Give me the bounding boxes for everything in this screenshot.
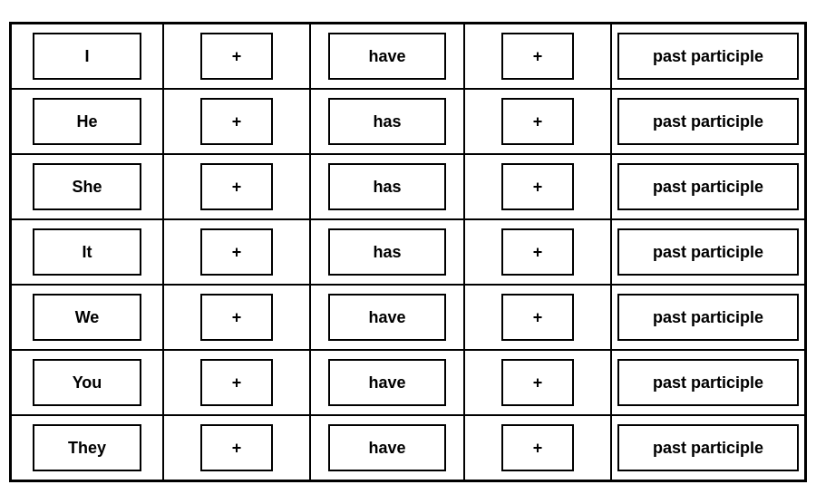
plus-cell-2: + <box>464 285 611 350</box>
plus-box-1: + <box>200 163 273 210</box>
plus-box-1: + <box>200 359 273 406</box>
verb-box: has <box>328 98 446 145</box>
plus-cell-2: + <box>464 415 611 481</box>
subject-cell: I <box>11 24 164 90</box>
plus-cell-1: + <box>163 219 310 285</box>
plus-cell-1: + <box>163 350 310 415</box>
verb-cell: have <box>310 285 464 350</box>
plus-box-1: + <box>200 228 273 276</box>
table-row: They + have + past participle <box>11 415 806 481</box>
verb-cell: have <box>310 415 464 481</box>
plus-box-1: + <box>200 98 273 145</box>
plus-cell-1: + <box>163 89 310 154</box>
table-row: You + have + past participle <box>11 350 806 415</box>
plus-box-1: + <box>200 294 273 341</box>
participle-cell: past participle <box>611 154 806 219</box>
subject-box: It <box>33 228 141 276</box>
participle-cell: past participle <box>611 285 806 350</box>
participle-cell: past participle <box>611 24 806 90</box>
verb-box: has <box>328 163 446 210</box>
plus-box-2: + <box>501 163 574 210</box>
subject-cell: We <box>11 285 164 350</box>
participle-box: past participle <box>617 294 799 341</box>
plus-cell-2: + <box>464 24 611 90</box>
table-row: It + has + past participle <box>11 219 806 285</box>
plus-box-1: + <box>200 33 273 80</box>
participle-box: past participle <box>617 359 799 406</box>
participle-cell: past participle <box>611 219 806 285</box>
table-row: He + has + past participle <box>11 89 806 154</box>
verb-cell: has <box>310 219 464 285</box>
verb-box: have <box>328 359 446 406</box>
plus-cell-1: + <box>163 415 310 481</box>
subject-box: She <box>33 163 141 210</box>
subject-box: We <box>33 294 141 341</box>
subject-cell: He <box>11 89 164 154</box>
plus-cell-2: + <box>464 89 611 154</box>
plus-box-2: + <box>501 228 574 276</box>
subject-cell: You <box>11 350 164 415</box>
subject-cell: They <box>11 415 164 481</box>
subject-box: They <box>33 424 141 471</box>
plus-cell-1: + <box>163 24 310 90</box>
plus-box-2: + <box>501 33 574 80</box>
plus-box-2: + <box>501 424 574 471</box>
verb-cell: has <box>310 154 464 219</box>
plus-cell-1: + <box>163 285 310 350</box>
participle-box: past participle <box>617 98 799 145</box>
verb-box: have <box>328 294 446 341</box>
subject-box: I <box>33 33 141 80</box>
plus-cell-2: + <box>464 219 611 285</box>
table-row: I + have + past participle <box>11 24 806 90</box>
plus-box-2: + <box>501 98 574 145</box>
plus-cell-2: + <box>464 350 611 415</box>
plus-box-2: + <box>501 359 574 406</box>
participle-cell: past participle <box>611 89 806 154</box>
participle-box: past participle <box>617 228 799 276</box>
verb-cell: has <box>310 89 464 154</box>
subject-cell: It <box>11 219 164 285</box>
verb-cell: have <box>310 24 464 90</box>
subject-box: You <box>33 359 141 406</box>
table-row: She + has + past participle <box>11 154 806 219</box>
subject-cell: She <box>11 154 164 219</box>
plus-cell-1: + <box>163 154 310 219</box>
verb-box: have <box>328 33 446 80</box>
verb-box: have <box>328 424 446 471</box>
grammar-table: I + have + past participle <box>9 22 807 482</box>
participle-cell: past participle <box>611 415 806 481</box>
participle-box: past participle <box>617 424 799 471</box>
participle-cell: past participle <box>611 350 806 415</box>
plus-box-2: + <box>501 294 574 341</box>
verb-cell: have <box>310 350 464 415</box>
participle-box: past participle <box>617 33 799 80</box>
plus-cell-2: + <box>464 154 611 219</box>
subject-box: He <box>33 98 141 145</box>
verb-box: has <box>328 228 446 276</box>
plus-box-1: + <box>200 424 273 471</box>
participle-box: past participle <box>617 163 799 210</box>
table-row: We + have + past participle <box>11 285 806 350</box>
